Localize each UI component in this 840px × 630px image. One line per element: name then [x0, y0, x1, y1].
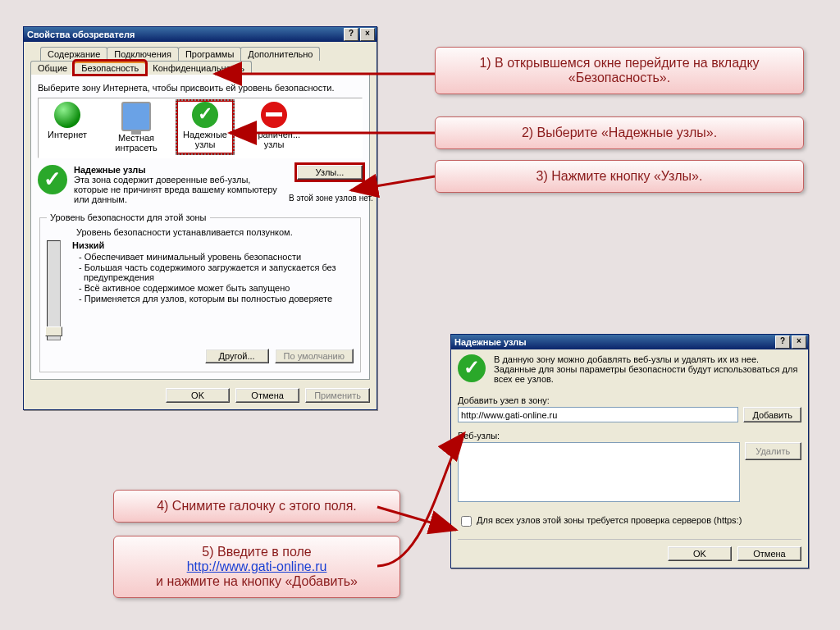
require-https-checkbox[interactable] — [461, 516, 472, 527]
zone-selector: Интернет Местная интрасеть Надежные узлы… — [38, 98, 363, 158]
security-level-group: Уровень безопасности для этой зоны Урове… — [39, 212, 361, 372]
add-site-input[interactable] — [458, 407, 738, 422]
titlebar[interactable]: Надежные узлы ? × — [451, 335, 808, 349]
require-https-label: Для всех узлов этой зоны требуется прове… — [477, 515, 742, 525]
group-label: Уровень безопасности для этой зоны — [47, 212, 210, 222]
ok-button[interactable]: OK — [166, 388, 230, 403]
sites-button[interactable]: Узлы... — [297, 165, 363, 180]
security-tab-panel: Выберите зону Интернета, чтобы присвоить… — [30, 74, 370, 380]
level-name: Низкий — [72, 240, 104, 250]
ok-button[interactable]: OK — [668, 546, 732, 561]
security-level-slider[interactable] — [47, 240, 61, 340]
help-button[interactable]: ? — [344, 28, 358, 41]
check-icon — [192, 102, 218, 128]
apply-button[interactable]: Применить — [305, 388, 370, 403]
callout-step-1: 1) В открывшемся окне перейдите на вклад… — [435, 47, 804, 94]
tab-programs[interactable]: Программы — [178, 47, 241, 61]
tab-security[interactable]: Безопасность — [74, 61, 146, 75]
zone-label: Ограничен... узлы — [247, 130, 301, 149]
callout-step-4: 4) Снимите галочку с этого поля. — [113, 490, 400, 523]
trusted-sites-window: Надежные узлы ? × ✓ В данную зону можно … — [450, 334, 809, 568]
selected-zone-desc: Эта зона содержит доверенные веб-узлы, к… — [74, 175, 277, 204]
monitor-icon — [121, 102, 151, 131]
add-site-label: Добавить узел в зону: — [458, 395, 801, 405]
zone-intranet[interactable]: Местная интрасеть — [109, 102, 163, 153]
cancel-button[interactable]: Отмена — [737, 546, 801, 561]
stop-icon — [261, 102, 287, 128]
zone-prompt: Выберите зону Интернета, чтобы присвоить… — [38, 83, 363, 93]
check-icon: ✓ — [458, 354, 486, 382]
level-hint: Уровень безопасности устанавливается пол… — [76, 227, 354, 237]
level-points: - Обеспечивает минимальный уровень безоп… — [72, 252, 354, 304]
custom-level-button[interactable]: Другой... — [205, 349, 269, 363]
remove-button[interactable]: Удалить — [745, 442, 802, 460]
tab-content[interactable]: Содержание — [40, 47, 107, 61]
globe-icon — [54, 102, 80, 128]
check-icon: ✓ — [38, 165, 67, 194]
window-title: Свойства обозревателя — [27, 30, 135, 39]
help-button[interactable]: ? — [775, 336, 790, 349]
zone-restricted[interactable]: Ограничен... узлы — [247, 102, 301, 153]
zone-label: Местная интрасеть — [109, 133, 163, 153]
callout-url-link[interactable]: http://www.gati-online.ru — [187, 559, 327, 573]
tab-connections[interactable]: Подключения — [107, 47, 179, 61]
zone-internet[interactable]: Интернет — [40, 102, 94, 153]
tab-advanced[interactable]: Дополнительно — [240, 47, 320, 61]
callout-step-3: 3) Нажмите кнопку «Узлы». — [435, 160, 804, 193]
zone-label: Надежные узлы — [178, 130, 232, 149]
zone-status: В этой зоне узлов нет. — [289, 194, 363, 203]
internet-options-window: Свойства обозревателя ? × Содержание Под… — [23, 26, 377, 410]
cancel-button[interactable]: Отмена — [235, 388, 299, 403]
close-button[interactable]: × — [792, 336, 806, 349]
websites-label: Веб-узлы: — [458, 431, 801, 441]
tab-general[interactable]: Общие — [30, 61, 75, 75]
intro-text: В данную зону можно добавлять веб-узлы и… — [494, 354, 801, 384]
titlebar[interactable]: Свойства обозревателя ? × — [24, 27, 377, 42]
default-level-button[interactable]: По умолчанию — [275, 349, 354, 363]
selected-zone-name: Надежные узлы — [74, 165, 282, 175]
add-button[interactable]: Добавить — [743, 407, 801, 422]
zone-label: Интернет — [40, 130, 94, 139]
zone-trusted[interactable]: Надежные узлы — [178, 102, 232, 153]
websites-list[interactable] — [458, 442, 740, 502]
window-title: Надежные узлы — [454, 337, 527, 347]
close-button[interactable]: × — [360, 28, 375, 41]
tabs: Содержание Подключения Программы Дополни… — [30, 47, 370, 75]
tab-privacy[interactable]: Конфиденциальность — [145, 61, 252, 75]
callout-step-5: 5) Введите в поле http://www.gati-online… — [113, 536, 400, 598]
callout-step-2: 2) Выберите «Надежные узлы». — [435, 116, 804, 149]
